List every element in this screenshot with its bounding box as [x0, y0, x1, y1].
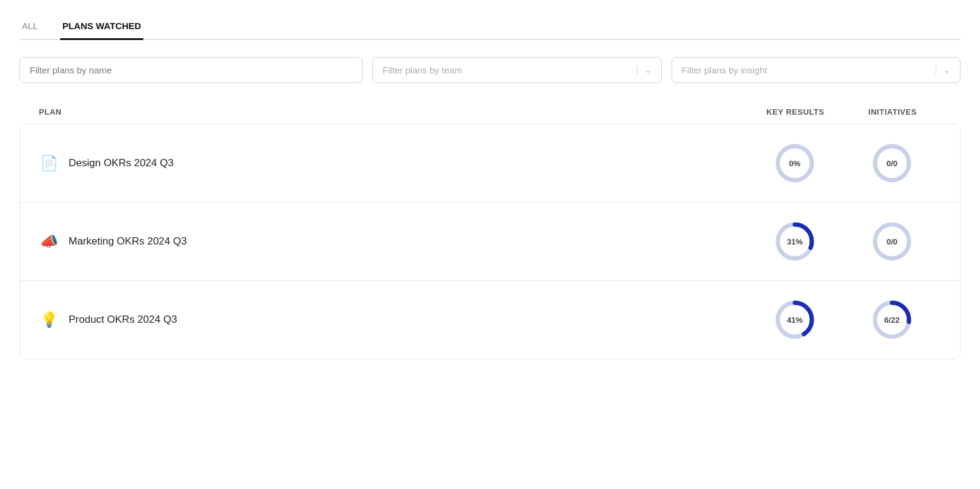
plan-name: Design OKRs 2024 Q3 [69, 157, 174, 169]
donut-chart: 0/0 [870, 220, 914, 263]
tab-plans-watched[interactable]: PLANS WATCHED [60, 15, 144, 40]
donut-label: 0/0 [886, 159, 897, 168]
donut-label: 6/22 [884, 315, 899, 325]
table-row[interactable]: 📄 Design OKRs 2024 Q3 0% 0/0 [20, 124, 960, 203]
table-row[interactable]: 💡 Product OKRs 2024 Q3 41% 6/22 [20, 281, 960, 359]
megaphone-icon: 📣 [39, 233, 59, 250]
donut-label: 0% [789, 159, 801, 168]
donut-chart: 31% [773, 220, 817, 263]
chevron-down-icon: ⌄ [936, 66, 950, 75]
initiatives-cell: 0/0 [843, 141, 941, 185]
col-initiatives-header: INITIATIVES [844, 107, 941, 116]
donut-chart: 0% [773, 141, 817, 185]
key-results-cell: 41% [746, 298, 843, 342]
donut-chart: 0/0 [870, 141, 914, 185]
donut-label: 41% [787, 315, 803, 325]
initiatives-cell: 6/22 [843, 298, 941, 342]
col-key-results-header: KEY RESULTS [747, 107, 844, 116]
chevron-down-icon: ⌄ [637, 66, 652, 75]
tabs-bar: ALL PLANS WATCHED [19, 15, 961, 40]
plan-info: 📣 Marketing OKRs 2024 Q3 [39, 233, 746, 250]
donut-label: 0/0 [886, 237, 897, 246]
plan-info: 💡 Product OKRs 2024 Q3 [39, 311, 746, 328]
plan-name: Product OKRs 2024 Q3 [69, 314, 177, 326]
filter-insight-select[interactable]: Filter plans by insight ⌄ [672, 57, 961, 83]
filter-insight-label: Filter plans by insight [682, 65, 767, 75]
filter-name-input[interactable] [19, 57, 362, 83]
plan-list: 📄 Design OKRs 2024 Q3 0% 0/0 [19, 124, 961, 359]
key-results-cell: 31% [746, 220, 843, 263]
plan-info: 📄 Design OKRs 2024 Q3 [39, 155, 746, 172]
tab-all[interactable]: ALL [19, 15, 41, 40]
donut-chart: 6/22 [870, 298, 914, 342]
document-icon: 📄 [39, 155, 59, 172]
key-results-cell: 0% [746, 141, 843, 185]
donut-chart: 41% [773, 298, 817, 342]
filters-row: Filter plans by team ⌄ Filter plans by i… [19, 57, 961, 83]
initiatives-cell: 0/0 [843, 220, 941, 263]
table-header: PLAN KEY RESULTS INITIATIVES [19, 103, 961, 121]
col-plan-header: PLAN [39, 107, 747, 116]
table-row[interactable]: 📣 Marketing OKRs 2024 Q3 31% 0/0 [20, 203, 960, 281]
lightbulb-icon: 💡 [39, 311, 59, 328]
filter-team-label: Filter plans by team [383, 65, 462, 75]
donut-label: 31% [787, 237, 803, 246]
filter-team-select[interactable]: Filter plans by team ⌄ [372, 57, 662, 83]
plan-name: Marketing OKRs 2024 Q3 [69, 235, 187, 248]
